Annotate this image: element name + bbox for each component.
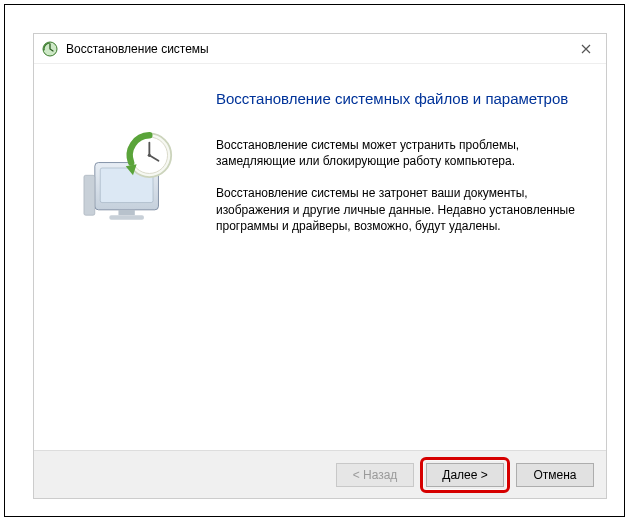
svg-rect-4 [118, 210, 134, 215]
titlebar: Восстановление системы [34, 34, 606, 64]
screenshot-frame: Восстановление системы [4, 4, 625, 517]
back-button: < Назад [336, 463, 414, 487]
cancel-button[interactable]: Отмена [516, 463, 594, 487]
close-button[interactable] [566, 34, 606, 64]
svg-rect-6 [84, 175, 95, 215]
system-restore-icon [42, 41, 58, 57]
svg-point-9 [148, 154, 151, 157]
content-area: Восстановление системных файлов и параме… [34, 64, 606, 450]
paragraph-2: Восстановление системы не затронет ваши … [216, 185, 576, 234]
text-pane: Восстановление системных файлов и параме… [208, 88, 582, 440]
page-heading: Восстановление системных файлов и параме… [216, 88, 582, 107]
svg-rect-5 [109, 215, 144, 220]
annotation-highlight: Далее > [420, 457, 510, 493]
wizard-footer: < Назад Далее > Отмена [34, 450, 606, 498]
next-button[interactable]: Далее > [426, 463, 504, 487]
dialog-window: Восстановление системы [33, 33, 607, 499]
system-restore-illustration-icon [78, 128, 188, 228]
illustration-pane [58, 88, 208, 440]
paragraph-1: Восстановление системы может устранить п… [216, 137, 576, 169]
window-title: Восстановление системы [66, 42, 209, 56]
